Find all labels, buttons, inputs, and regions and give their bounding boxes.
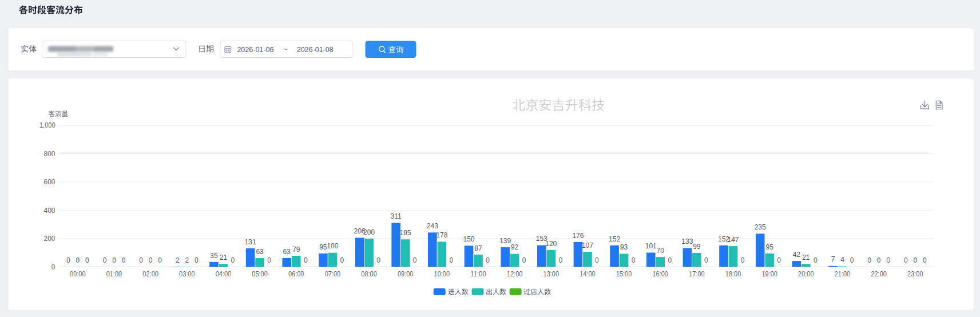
svg-text:311: 311 bbox=[391, 212, 402, 220]
svg-text:0: 0 bbox=[103, 256, 107, 264]
svg-text:147: 147 bbox=[728, 236, 739, 244]
svg-text:0: 0 bbox=[158, 256, 162, 264]
svg-text:21: 21 bbox=[802, 253, 810, 261]
svg-text:139: 139 bbox=[499, 237, 511, 245]
svg-text:15:00: 15:00 bbox=[616, 270, 632, 278]
svg-text:07:00: 07:00 bbox=[325, 270, 341, 278]
svg-text:0: 0 bbox=[195, 256, 199, 264]
svg-text:0: 0 bbox=[741, 256, 745, 264]
svg-text:400: 400 bbox=[43, 207, 55, 215]
svg-text:0: 0 bbox=[867, 256, 871, 264]
svg-text:93: 93 bbox=[620, 243, 628, 251]
svg-text:63: 63 bbox=[283, 248, 291, 256]
svg-text:21:00: 21:00 bbox=[835, 270, 851, 278]
svg-text:17:00: 17:00 bbox=[689, 270, 705, 278]
svg-text:200: 200 bbox=[363, 228, 375, 236]
svg-text:05:00: 05:00 bbox=[252, 270, 268, 278]
svg-text:0: 0 bbox=[112, 256, 116, 264]
svg-text:0: 0 bbox=[139, 256, 143, 264]
svg-text:95: 95 bbox=[765, 243, 773, 251]
svg-text:00:00: 00:00 bbox=[70, 270, 86, 278]
svg-text:0: 0 bbox=[913, 256, 917, 264]
svg-text:0: 0 bbox=[486, 256, 490, 264]
svg-text:01:00: 01:00 bbox=[106, 270, 122, 278]
svg-text:63: 63 bbox=[256, 248, 264, 256]
svg-text:0: 0 bbox=[814, 256, 818, 264]
svg-text:195: 195 bbox=[400, 229, 411, 237]
svg-text:0: 0 bbox=[413, 256, 417, 264]
svg-text:4: 4 bbox=[840, 256, 844, 264]
svg-text:11:00: 11:00 bbox=[470, 270, 486, 278]
svg-text:200: 200 bbox=[43, 235, 55, 243]
svg-text:152: 152 bbox=[609, 235, 620, 243]
svg-text:0: 0 bbox=[923, 256, 927, 264]
svg-text:0: 0 bbox=[51, 263, 55, 271]
svg-text:08:00: 08:00 bbox=[361, 270, 377, 278]
svg-text:600: 600 bbox=[43, 178, 55, 186]
svg-text:21: 21 bbox=[220, 253, 228, 261]
svg-text:23:00: 23:00 bbox=[907, 270, 923, 278]
svg-text:120: 120 bbox=[545, 240, 557, 248]
svg-text:0: 0 bbox=[904, 256, 908, 264]
svg-text:0: 0 bbox=[704, 256, 708, 264]
svg-text:0: 0 bbox=[595, 256, 599, 264]
svg-text:10:00: 10:00 bbox=[434, 270, 450, 278]
svg-text:133: 133 bbox=[681, 237, 693, 245]
svg-text:176: 176 bbox=[572, 232, 584, 240]
svg-text:16:00: 16:00 bbox=[652, 270, 668, 278]
svg-text:0: 0 bbox=[76, 256, 80, 264]
svg-text:150: 150 bbox=[463, 235, 474, 243]
svg-text:~: ~ bbox=[283, 45, 288, 53]
svg-text:09:00: 09:00 bbox=[398, 270, 414, 278]
svg-text:235: 235 bbox=[755, 223, 766, 231]
svg-text:0: 0 bbox=[668, 256, 672, 264]
svg-text:800: 800 bbox=[43, 150, 55, 158]
svg-text:95: 95 bbox=[319, 243, 327, 251]
svg-text:42: 42 bbox=[793, 251, 801, 259]
svg-text:03:00: 03:00 bbox=[179, 270, 195, 278]
svg-text:35: 35 bbox=[210, 252, 218, 260]
svg-text:178: 178 bbox=[436, 231, 447, 239]
svg-text:79: 79 bbox=[292, 245, 300, 253]
svg-text:06:00: 06:00 bbox=[288, 270, 304, 278]
svg-text:14:00: 14:00 bbox=[580, 270, 596, 278]
svg-text:7: 7 bbox=[831, 255, 835, 263]
svg-text:0: 0 bbox=[149, 256, 153, 264]
svg-text:92: 92 bbox=[511, 243, 519, 251]
svg-text:99: 99 bbox=[693, 243, 701, 251]
svg-text:02:00: 02:00 bbox=[142, 270, 158, 278]
svg-text:18:00: 18:00 bbox=[725, 270, 741, 278]
svg-text:100: 100 bbox=[327, 242, 338, 250]
svg-text:0: 0 bbox=[304, 256, 308, 264]
svg-text:0: 0 bbox=[122, 256, 126, 264]
svg-text:243: 243 bbox=[427, 222, 438, 230]
svg-text:87: 87 bbox=[474, 244, 482, 252]
svg-text:0: 0 bbox=[850, 256, 854, 264]
svg-text:13:00: 13:00 bbox=[543, 270, 560, 278]
svg-text:2: 2 bbox=[176, 256, 180, 264]
svg-text:0: 0 bbox=[267, 256, 271, 264]
svg-text:70: 70 bbox=[657, 247, 665, 255]
svg-text:2026-01-06: 2026-01-06 bbox=[237, 45, 273, 54]
svg-text:20:00: 20:00 bbox=[798, 270, 814, 278]
svg-text:22:00: 22:00 bbox=[871, 270, 887, 278]
svg-text:0: 0 bbox=[632, 256, 636, 264]
svg-text:0: 0 bbox=[231, 256, 235, 264]
svg-text:0: 0 bbox=[877, 256, 881, 264]
svg-text:101: 101 bbox=[645, 242, 657, 250]
svg-text:0: 0 bbox=[558, 256, 562, 264]
svg-text:0: 0 bbox=[66, 256, 70, 264]
svg-text:12:00: 12:00 bbox=[507, 270, 523, 278]
svg-text:131: 131 bbox=[245, 238, 256, 246]
svg-text:1,000: 1,000 bbox=[39, 121, 55, 129]
svg-text:0: 0 bbox=[449, 256, 453, 264]
svg-text:0: 0 bbox=[522, 256, 526, 264]
svg-text:2: 2 bbox=[185, 256, 189, 264]
svg-text:0: 0 bbox=[376, 256, 380, 264]
svg-text:04:00: 04:00 bbox=[216, 270, 232, 278]
svg-text:2026-01-08: 2026-01-08 bbox=[297, 45, 334, 54]
svg-text:107: 107 bbox=[582, 241, 593, 249]
svg-text:19:00: 19:00 bbox=[761, 270, 777, 278]
svg-text:0: 0 bbox=[85, 256, 89, 264]
svg-text:0: 0 bbox=[777, 256, 781, 264]
